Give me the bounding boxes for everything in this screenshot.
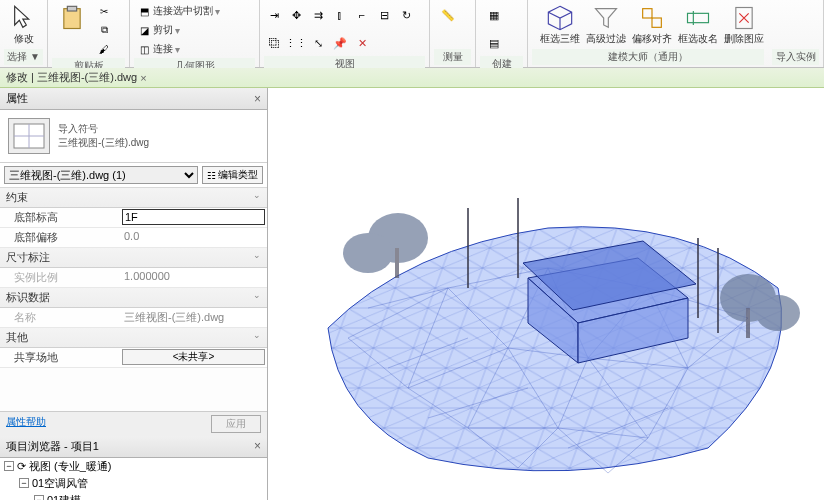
modify-button[interactable]: 修改 bbox=[4, 2, 43, 48]
copy-elem-button[interactable]: ⿻ bbox=[264, 30, 284, 56]
filter-button[interactable]: 高级过滤 bbox=[586, 2, 626, 48]
delete-view-button[interactable]: 删除图应 bbox=[724, 2, 764, 48]
prop-cat-id[interactable]: 标识数据⌄ bbox=[0, 288, 267, 308]
tree-toggle[interactable]: − bbox=[4, 461, 14, 471]
tree-item[interactable]: − 01建模 bbox=[0, 492, 267, 501]
prop-elev-input[interactable] bbox=[122, 209, 265, 225]
browser-close-button[interactable]: × bbox=[254, 439, 261, 453]
modify-label: 修改 bbox=[14, 32, 34, 46]
copy-button[interactable]: ⧉ bbox=[94, 21, 114, 39]
chevron-icon: ⌄ bbox=[253, 330, 261, 345]
mirror-button[interactable]: ⫿ bbox=[330, 2, 350, 28]
pin-button[interactable]: 📌 bbox=[330, 30, 350, 56]
offset-button[interactable]: ⇉ bbox=[308, 2, 328, 28]
match-button[interactable]: 🖌 bbox=[94, 40, 114, 58]
trim-icon: ⌐ bbox=[351, 4, 373, 26]
chevron-icon: ⌄ bbox=[253, 290, 261, 305]
properties-title: 属性 bbox=[6, 91, 28, 106]
cut-geom-button[interactable]: ◪剪切▾ bbox=[134, 21, 255, 39]
tree-item[interactable]: − 01空调风管 bbox=[0, 475, 267, 492]
offset-align-icon bbox=[638, 4, 666, 32]
join-cut-button[interactable]: ⬒连接选中切割▾ bbox=[134, 2, 255, 20]
prop-share-button[interactable]: <未共享> bbox=[122, 349, 265, 365]
notch-icon: ⬒ bbox=[137, 4, 151, 18]
svg-rect-15 bbox=[746, 308, 750, 338]
tree-toggle[interactable]: − bbox=[34, 495, 44, 500]
move-icon: ✥ bbox=[285, 4, 307, 26]
properties-header: 属性 × bbox=[0, 88, 267, 110]
cut-geom-icon: ◪ bbox=[137, 23, 151, 37]
type-category: 导入符号 bbox=[58, 122, 149, 136]
prop-offset-value[interactable]: 0.0 bbox=[120, 228, 267, 247]
svg-rect-0 bbox=[64, 9, 80, 29]
move-button[interactable]: ✥ bbox=[286, 2, 306, 28]
prop-name-label: 名称 bbox=[0, 308, 120, 327]
prop-name-value: 三维视图-(三维).dwg bbox=[120, 308, 267, 327]
group-master-label: 建模大师（通用） bbox=[532, 49, 764, 65]
paste-button[interactable] bbox=[52, 2, 92, 34]
chevron-icon: ⌄ bbox=[253, 190, 261, 205]
group-measure-label: 测量 bbox=[434, 49, 471, 65]
offset-align-button[interactable]: 偏移对齐 bbox=[632, 2, 672, 48]
properties-help-link[interactable]: 属性帮助 bbox=[6, 415, 46, 433]
filter-icon bbox=[592, 4, 620, 32]
type-selector[interactable]: 导入符号 三维视图-(三维).dwg bbox=[0, 110, 267, 163]
grid2-icon: ▤ bbox=[483, 32, 505, 54]
3d-viewport[interactable] bbox=[268, 88, 824, 500]
create-button[interactable]: ▦ bbox=[480, 2, 508, 28]
split-button[interactable]: ⊟ bbox=[374, 2, 394, 28]
svg-point-13 bbox=[756, 295, 800, 331]
rename-icon bbox=[684, 4, 712, 32]
properties-close-button[interactable]: × bbox=[254, 92, 261, 106]
clipboard-icon bbox=[58, 4, 86, 32]
svg-rect-14 bbox=[395, 248, 399, 278]
array-button[interactable]: ⋮⋮ bbox=[286, 30, 306, 56]
prop-cat-constraint[interactable]: 约束⌄ bbox=[0, 188, 267, 208]
brush-icon: 🖌 bbox=[97, 42, 111, 56]
trim-button[interactable]: ⌐ bbox=[352, 2, 372, 28]
type-name: 三维视图-(三维).dwg bbox=[58, 136, 149, 150]
cut-button[interactable]: ✂ bbox=[94, 2, 114, 20]
prop-elev-label: 底部标高 bbox=[0, 208, 120, 227]
browser-title: 项目浏览器 - 项目1 bbox=[6, 439, 99, 454]
tab-title: 三维视图-(三维).dwg bbox=[37, 70, 137, 85]
rotate-button[interactable]: ↻ bbox=[396, 2, 416, 28]
edit-type-icon: ☷ bbox=[207, 170, 216, 181]
align-button[interactable]: ⇥ bbox=[264, 2, 284, 28]
tree-root[interactable]: − ⟳ 视图 (专业_暖通) bbox=[0, 458, 267, 475]
rename-button[interactable]: 框选改名 bbox=[678, 2, 718, 48]
prop-cat-dim[interactable]: 尺寸标注⌄ bbox=[0, 248, 267, 268]
tab-prefix: 修改 | bbox=[6, 70, 34, 85]
join-button[interactable]: ◫连接▾ bbox=[134, 40, 255, 58]
cube-icon bbox=[546, 4, 574, 32]
rotate-icon: ↻ bbox=[395, 4, 417, 26]
tab-close-button[interactable]: × bbox=[140, 72, 146, 84]
array-icon: ⋮⋮ bbox=[285, 32, 307, 54]
frame3d-button[interactable]: 框选三维 bbox=[540, 2, 580, 48]
measure-button[interactable]: 📏 bbox=[434, 2, 462, 28]
align-icon: ⇥ bbox=[263, 4, 285, 26]
tree-toggle[interactable]: − bbox=[19, 478, 29, 488]
edit-type-button[interactable]: ☷ 编辑类型 bbox=[202, 166, 263, 184]
scale-icon: ⤡ bbox=[307, 32, 329, 54]
apply-button[interactable]: 应用 bbox=[211, 415, 261, 433]
instance-select[interactable]: 三维视图-(三维).dwg (1) bbox=[4, 166, 198, 184]
delete-button[interactable]: ✕ bbox=[352, 30, 372, 56]
group-import-label: 导入实例 bbox=[772, 49, 819, 65]
copy-icon: ⧉ bbox=[97, 23, 111, 37]
ruler-icon: 📏 bbox=[437, 4, 459, 26]
delete-sheet-icon bbox=[730, 4, 758, 32]
svg-rect-3 bbox=[652, 18, 661, 27]
browser-header: 项目浏览器 - 项目1 × bbox=[0, 436, 267, 458]
scale-button[interactable]: ⤡ bbox=[308, 30, 328, 56]
split-icon: ⊟ bbox=[373, 4, 395, 26]
prop-offset-label: 底部偏移 bbox=[0, 228, 120, 247]
pin-icon: 📌 bbox=[329, 32, 351, 54]
grid-icon: ▦ bbox=[483, 4, 505, 26]
group-select-label: 选择 ▼ bbox=[4, 49, 43, 65]
prop-cat-other[interactable]: 其他⌄ bbox=[0, 328, 267, 348]
svg-rect-1 bbox=[67, 6, 76, 11]
mirror-icon: ⫿ bbox=[329, 4, 351, 26]
prop-share-label: 共享场地 bbox=[0, 348, 120, 367]
create2-button[interactable]: ▤ bbox=[480, 30, 508, 56]
